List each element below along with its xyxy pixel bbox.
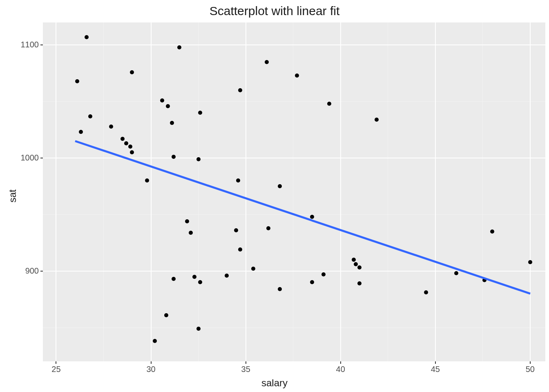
data-point <box>196 327 201 331</box>
gridline-major-h <box>43 158 545 158</box>
gridline-major-v <box>530 22 531 361</box>
x-axis-title: salary <box>0 377 549 389</box>
data-point <box>164 313 168 317</box>
data-point <box>225 274 229 278</box>
gridline-major-v <box>151 22 152 361</box>
data-point <box>185 219 189 223</box>
gridline-major-v <box>56 22 56 361</box>
data-point <box>236 178 240 183</box>
data-point <box>352 258 356 262</box>
data-point <box>278 287 282 291</box>
data-point <box>128 145 132 149</box>
data-point <box>160 98 164 102</box>
data-point <box>310 280 314 284</box>
data-point <box>75 79 79 83</box>
data-point <box>196 157 201 161</box>
gridline-major-h <box>43 45 545 45</box>
data-point <box>357 265 362 270</box>
chart-container: Scatterplot with linear fit sat salary 2… <box>0 0 549 392</box>
x-tick-label: 40 <box>333 365 349 374</box>
x-tick-mark <box>435 361 436 364</box>
data-point <box>109 125 113 129</box>
x-tick-mark <box>530 361 531 364</box>
y-tick-mark <box>40 45 43 45</box>
data-point <box>278 184 282 188</box>
data-point <box>145 178 149 183</box>
gridline-major-v <box>435 22 436 361</box>
data-point <box>354 262 358 266</box>
data-point <box>121 137 125 141</box>
y-tick-label: 1100 <box>21 40 39 49</box>
data-point <box>454 271 458 275</box>
x-tick-label: 25 <box>48 365 64 374</box>
data-point <box>153 339 157 343</box>
data-point <box>170 121 174 125</box>
y-axis-title: sat <box>6 0 19 392</box>
data-point <box>88 114 92 118</box>
gridline-minor-h <box>43 327 545 328</box>
x-tick-label: 30 <box>143 365 159 374</box>
y-tick-mark <box>40 158 43 158</box>
data-point <box>327 102 331 106</box>
data-point <box>130 150 134 154</box>
y-tick-mark <box>40 271 43 272</box>
data-point <box>295 74 299 78</box>
data-point <box>321 272 326 276</box>
gridline-minor-h <box>43 101 545 102</box>
data-point <box>528 260 532 264</box>
y-tick-label: 900 <box>25 266 39 276</box>
data-point <box>424 290 428 294</box>
data-point <box>490 229 494 234</box>
data-point <box>85 35 89 39</box>
x-tick-mark <box>245 361 246 364</box>
gridline-minor-v <box>103 22 104 361</box>
data-point <box>79 130 83 134</box>
x-tick-label: 45 <box>427 365 444 374</box>
data-point <box>266 226 270 230</box>
x-tick-label: 50 <box>522 365 538 374</box>
gridline-minor-v <box>293 22 293 361</box>
chart-title: Scatterplot with linear fit <box>0 4 549 18</box>
x-tick-mark <box>340 361 341 364</box>
data-point <box>238 247 242 252</box>
data-point <box>130 70 134 74</box>
data-point <box>177 45 181 49</box>
data-point <box>375 118 379 122</box>
data-point <box>310 215 314 219</box>
gridline-minor-v <box>388 22 388 361</box>
data-point <box>124 141 128 145</box>
data-point <box>357 281 362 285</box>
data-point <box>251 267 255 271</box>
data-point <box>238 88 242 92</box>
data-point <box>189 231 193 235</box>
y-tick-label: 1000 <box>21 153 39 163</box>
gridline-minor-v <box>482 22 483 361</box>
data-point <box>198 280 202 284</box>
x-tick-label: 35 <box>238 365 254 374</box>
plot-panel <box>43 22 545 361</box>
gridline-minor-v <box>198 22 199 361</box>
x-tick-mark <box>56 361 56 364</box>
gridline-major-v <box>340 22 341 361</box>
data-point <box>172 277 176 281</box>
data-point <box>166 104 170 108</box>
gridline-major-v <box>245 22 246 361</box>
data-point <box>265 60 269 64</box>
gridline-major-h <box>43 271 545 272</box>
data-point <box>234 228 238 232</box>
x-tick-mark <box>151 361 152 364</box>
data-point <box>198 111 202 115</box>
data-point <box>192 275 196 279</box>
